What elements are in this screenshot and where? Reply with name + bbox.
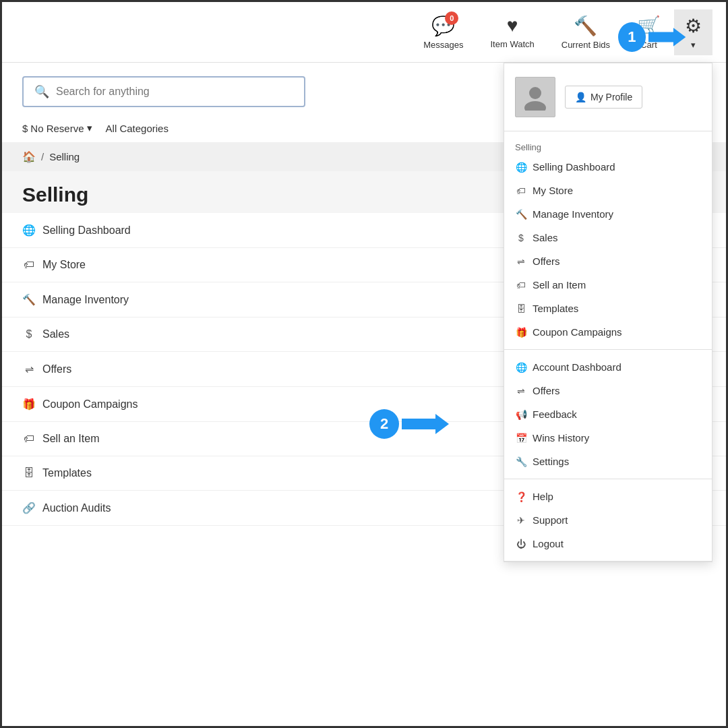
my-store-dd-icon: 🏷 <box>515 185 527 196</box>
dropdown-item-support-dd[interactable]: ✈ Support <box>504 508 712 532</box>
logout-dd-label: Logout <box>533 538 564 549</box>
offers-dd-label: Offers <box>533 255 560 267</box>
settings-label: ▾ <box>691 40 696 50</box>
selling-title: Selling <box>22 183 88 206</box>
dropdown-account-section: 🌐 Account Dashboard⇌ Offers📢 Feedback📅 W… <box>504 350 712 479</box>
search-input[interactable] <box>56 86 293 98</box>
feedback-dd-icon: 📢 <box>515 409 527 420</box>
all-categories-filter[interactable]: All Categories <box>106 123 169 134</box>
offers-acc-dd-icon: ⇌ <box>515 386 527 396</box>
auction-audits-icon: 🔗 <box>22 502 36 514</box>
dropdown-item-manage-inventory-dd[interactable]: 🔨 Manage Inventory <box>504 202 712 226</box>
dropdown-item-offers-dd[interactable]: ⇌ Offers <box>504 249 712 273</box>
arrow-2-pointer <box>402 411 449 437</box>
dropdown-item-offers-acc-dd[interactable]: ⇌ Offers <box>504 379 712 402</box>
sell-an-item-dd-label: Sell an Item <box>533 279 586 291</box>
support-dd-label: Support <box>533 514 568 526</box>
selling-dashboard-dd-label: Selling Dashboard <box>533 161 615 173</box>
no-reserve-filter[interactable]: $ No Reserve ▾ <box>22 122 92 134</box>
settings-dd-icon: 🔧 <box>515 456 527 467</box>
nav-item-messages[interactable]: 💬0Messages <box>410 9 477 55</box>
annotation-arrow-2: 2 <box>369 404 457 444</box>
search-icon: 🔍 <box>34 84 49 99</box>
coupon-campaigns-icon: 🎁 <box>22 398 36 411</box>
dropdown-item-my-store-dd[interactable]: 🏷 My Store <box>504 179 712 202</box>
manage-inventory-dd-icon: 🔨 <box>515 209 527 220</box>
no-reserve-label: No Reserve <box>30 123 84 134</box>
manage-inventory-label: Manage Inventory <box>42 294 129 306</box>
annotation-number-2: 2 <box>369 409 399 439</box>
selling-dashboard-dd-icon: 🌐 <box>515 162 527 173</box>
dropdown-item-account-dashboard-dd[interactable]: 🌐 Account Dashboard <box>504 355 712 379</box>
dropdown-profile-row: 👤 My Profile <box>504 63 712 131</box>
my-store-label: My Store <box>42 259 86 271</box>
offers-label: Offers <box>42 363 71 375</box>
messages-icon: 💬0 <box>431 15 455 37</box>
categories-label: All Categories <box>106 123 169 134</box>
logout-dd-icon: ⏻ <box>515 539 527 549</box>
search-box: 🔍 <box>22 76 305 107</box>
svg-point-1 <box>524 101 546 111</box>
dropdown-item-sales-dd[interactable]: $ Sales <box>504 226 712 249</box>
dropdown-item-settings-dd[interactable]: 🔧 Settings <box>504 450 712 473</box>
sales-icon: $ <box>22 328 36 340</box>
help-dd-label: Help <box>533 491 553 502</box>
svg-marker-3 <box>402 414 449 434</box>
auction-audits-label: Auction Audits <box>42 502 111 514</box>
wins-history-dd-label: Wins History <box>533 432 589 444</box>
dropdown-item-feedback-dd[interactable]: 📢 Feedback <box>504 402 712 426</box>
templates-dd-label: Templates <box>533 303 578 314</box>
annotation-number-1: 1 <box>618 22 646 52</box>
account-dashboard-dd-label: Account Dashboard <box>533 361 621 373</box>
dropdown-item-help-dd[interactable]: ❓ Help <box>504 485 712 508</box>
dollar-icon: $ <box>22 123 28 134</box>
offers-icon: ⇌ <box>22 363 36 375</box>
dropdown-item-templates-dd[interactable]: 🗄 Templates <box>504 297 712 320</box>
item-watch-label: Item Watch <box>490 39 534 49</box>
sales-label: Sales <box>42 328 69 340</box>
templates-label: Templates <box>42 467 92 479</box>
my-profile-label: My Profile <box>590 92 632 102</box>
manage-inventory-dd-label: Manage Inventory <box>533 208 613 220</box>
help-dd-icon: ❓ <box>515 491 527 502</box>
svg-point-0 <box>529 87 541 99</box>
top-nav: 💬0Messages♥Item Watch🔨Current Bids🛒Cart⚙… <box>2 2 726 63</box>
account-dashboard-dd-icon: 🌐 <box>515 362 527 373</box>
offers-dd-icon: ⇌ <box>515 256 527 267</box>
annotation-arrow-1: 1 <box>618 17 686 57</box>
svg-marker-2 <box>648 28 686 47</box>
settings-icon: ⚙ <box>685 15 702 37</box>
feedback-dd-label: Feedback <box>533 408 577 420</box>
dropdown-selling-label: Selling <box>504 137 712 155</box>
dropdown-selling-section: Selling 🌐 Selling Dashboard🏷 My Store🔨 M… <box>504 131 712 350</box>
dropdown-item-selling-dashboard-dd[interactable]: 🌐 Selling Dashboard <box>504 155 712 179</box>
selling-dashboard-icon: 🌐 <box>22 224 36 237</box>
dropdown-item-logout-dd[interactable]: ⏻ Logout <box>504 532 712 555</box>
wins-history-dd-icon: 📅 <box>515 433 527 444</box>
offers-acc-dd-label: Offers <box>533 385 560 396</box>
sell-an-item-dd-icon: 🏷 <box>515 280 527 291</box>
avatar <box>515 77 555 117</box>
current-bids-icon: 🔨 <box>574 15 597 37</box>
chevron-down-icon: ▾ <box>87 122 92 134</box>
home-icon[interactable]: 🏠 <box>22 150 36 163</box>
my-store-dd-label: My Store <box>533 185 573 196</box>
dropdown-item-sell-an-item-dd[interactable]: 🏷 Sell an Item <box>504 273 712 297</box>
breadcrumb-current: Selling <box>49 151 80 162</box>
dropdown-item-coupon-campaigns-dd[interactable]: 🎁 Coupon Campaigns <box>504 320 712 344</box>
sell-an-item-label: Sell an Item <box>42 433 99 445</box>
user-dropdown-panel: 👤 My Profile Selling 🌐 Selling Dashboard… <box>504 63 712 562</box>
nav-item-item-watch[interactable]: ♥Item Watch <box>477 9 547 55</box>
manage-inventory-icon: 🔨 <box>22 293 36 306</box>
item-watch-icon: ♥ <box>507 15 518 36</box>
templates-icon: 🗄 <box>22 467 36 479</box>
my-profile-button[interactable]: 👤 My Profile <box>565 86 642 109</box>
person-icon: 👤 <box>575 92 586 102</box>
messages-label: Messages <box>423 40 463 50</box>
nav-item-current-bids[interactable]: 🔨Current Bids <box>548 9 624 55</box>
dropdown-item-wins-history-dd[interactable]: 📅 Wins History <box>504 426 712 450</box>
sales-dd-icon: $ <box>515 233 527 243</box>
templates-dd-icon: 🗄 <box>515 303 527 314</box>
dropdown-utility-section: ❓ Help✈ Support⏻ Logout <box>504 479 712 562</box>
arrow-1-pointer <box>648 24 686 51</box>
